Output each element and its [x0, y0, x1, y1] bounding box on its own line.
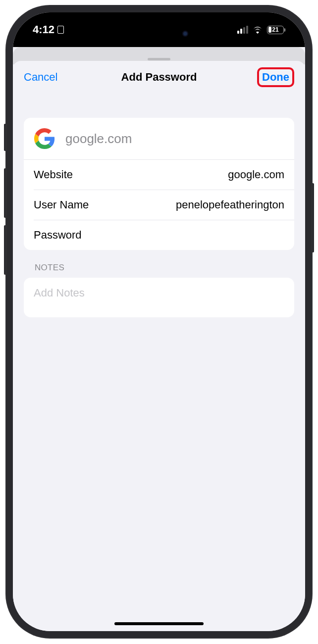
home-indicator[interactable]	[114, 622, 204, 625]
battery-percent: 21	[272, 26, 278, 33]
google-icon	[34, 128, 55, 149]
wifi-icon	[252, 26, 263, 34]
signal-icon	[237, 26, 248, 34]
screen: 4:12 21	[13, 12, 305, 631]
username-label: User Name	[34, 198, 89, 211]
notes-placeholder: Add Notes	[34, 287, 85, 299]
battery-icon: 21	[267, 26, 285, 34]
modal-sheet: Cancel Add Password Done	[13, 61, 305, 631]
password-row[interactable]: Password	[24, 220, 294, 250]
username-value: penelopefeatherington	[176, 198, 284, 211]
dynamic-island	[121, 23, 198, 44]
nav-bar: Cancel Add Password Done	[13, 61, 305, 93]
done-button[interactable]: Done	[262, 71, 289, 83]
notes-field[interactable]: Add Notes	[24, 278, 294, 317]
page-title: Add Password	[121, 71, 197, 84]
cancel-button[interactable]: Cancel	[24, 71, 57, 84]
site-domain: google.com	[65, 131, 132, 147]
phone-frame: 4:12 21	[5, 5, 313, 639]
password-card: google.com Website google.com User Name …	[24, 118, 294, 250]
website-label: Website	[34, 168, 73, 181]
status-time: 4:12	[33, 23, 54, 36]
notes-section-header: NOTES	[24, 250, 294, 278]
username-row[interactable]: User Name penelopefeatherington	[24, 190, 294, 220]
password-label: Password	[34, 229, 82, 242]
website-value: google.com	[228, 168, 284, 181]
done-button-highlight: Done	[257, 67, 294, 87]
site-header-row: google.com	[24, 118, 294, 159]
website-row[interactable]: Website google.com	[24, 160, 294, 190]
sim-icon	[57, 26, 64, 34]
